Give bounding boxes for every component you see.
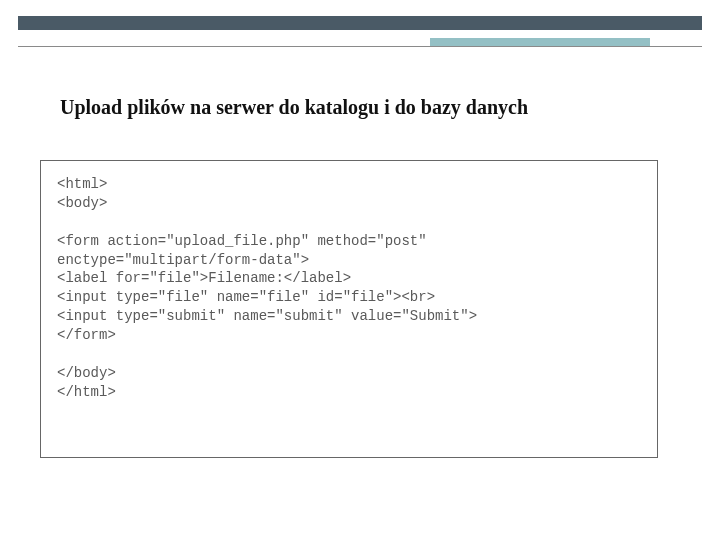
header-accent-bar	[430, 38, 650, 46]
page-title: Upload plików na serwer do katalogu i do…	[60, 96, 528, 119]
code-content: <html> <body> <form action="upload_file.…	[57, 175, 641, 402]
code-block: <html> <body> <form action="upload_file.…	[40, 160, 658, 458]
header-divider	[18, 46, 702, 47]
header-top-bar	[18, 16, 702, 30]
